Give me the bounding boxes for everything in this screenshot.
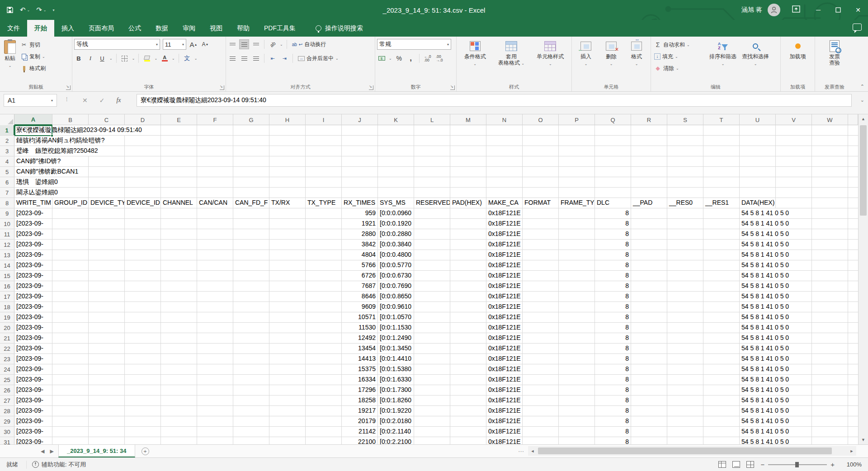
cell-J7[interactable] — [342, 188, 378, 198]
cell-C4[interactable] — [89, 156, 125, 166]
cell-W22[interactable] — [812, 344, 848, 353]
cell-D12[interactable] — [125, 240, 161, 250]
cell-L19[interactable] — [414, 312, 450, 322]
cell-W7[interactable] — [812, 188, 848, 198]
row-header-10[interactable]: 10 — [0, 219, 14, 229]
cell-C9[interactable] — [89, 208, 125, 218]
cell-R12[interactable] — [631, 240, 667, 250]
cell-C11[interactable] — [89, 229, 125, 239]
cell-P29[interactable] — [559, 416, 595, 426]
cell-W9[interactable] — [812, 208, 848, 218]
cell-F13[interactable] — [197, 250, 233, 260]
column-header-K[interactable]: K — [378, 114, 414, 125]
cell-S11[interactable] — [667, 229, 703, 239]
cell-M10[interactable] — [450, 219, 486, 229]
cell-E30[interactable] — [161, 427, 197, 437]
cell-T19[interactable] — [703, 312, 740, 322]
cell-D30[interactable] — [125, 427, 161, 437]
cell-F7[interactable] — [197, 188, 233, 198]
column-header-A[interactable]: A — [14, 114, 52, 125]
cell-K14[interactable]: [0:0:0.5770 — [378, 260, 414, 270]
zoom-slider[interactable] — [768, 464, 827, 465]
cell-P3[interactable] — [559, 146, 595, 156]
cell-L24[interactable] — [414, 364, 450, 374]
cell-L17[interactable] — [414, 292, 450, 301]
cell-M26[interactable] — [450, 385, 486, 395]
cell-I26[interactable] — [306, 385, 342, 395]
cell-D2[interactable] — [125, 136, 161, 146]
cell-B20[interactable] — [52, 323, 89, 333]
cell-V5[interactable] — [776, 167, 812, 177]
cell-G10[interactable] — [233, 219, 269, 229]
cell-A24[interactable]: [2023-09- — [14, 364, 52, 374]
cell-Q14[interactable]: 8 — [595, 260, 631, 270]
row-header-8[interactable]: 8 — [0, 198, 14, 208]
ribbon-display-options-button[interactable] — [792, 5, 800, 14]
cell-S31[interactable] — [667, 437, 703, 444]
row-header-3[interactable]: 3 — [0, 146, 14, 156]
cell-C26[interactable] — [89, 385, 125, 395]
row-header-1[interactable]: 1 — [0, 125, 14, 135]
cell-H10[interactable] — [269, 219, 306, 229]
cell-T20[interactable] — [703, 323, 740, 333]
invoice-check-button[interactable]: 发票查验 — [826, 38, 844, 82]
cell-G2[interactable] — [233, 136, 269, 146]
format-painter-button[interactable]: 格式刷 — [19, 63, 47, 73]
cell-F27[interactable] — [197, 396, 233, 405]
cell-G7[interactable] — [233, 188, 269, 198]
cell-F23[interactable] — [197, 354, 233, 364]
cell-H14[interactable] — [269, 260, 306, 270]
cell-Q9[interactable]: 8 — [595, 208, 631, 218]
cell-L29[interactable] — [414, 416, 450, 426]
cell-P11[interactable] — [559, 229, 595, 239]
cell-F19[interactable] — [197, 312, 233, 322]
cell-J22[interactable]: 13454 — [342, 344, 378, 353]
cell-S30[interactable] — [667, 427, 703, 437]
cell-U7[interactable] — [740, 188, 776, 198]
cell-M4[interactable] — [450, 156, 486, 166]
cell-O2[interactable] — [523, 136, 559, 146]
cell-D3[interactable] — [125, 146, 161, 156]
cell-N10[interactable]: 0x18F121E — [486, 219, 523, 229]
cell-I24[interactable] — [306, 364, 342, 374]
cell-O4[interactable] — [523, 156, 559, 166]
column-header-W[interactable]: W — [812, 114, 848, 125]
cell-C5[interactable] — [89, 167, 125, 177]
cell-J27[interactable]: 18258 — [342, 396, 378, 405]
cell-C21[interactable] — [89, 333, 125, 343]
cell-I2[interactable] — [306, 136, 342, 146]
cell-A30[interactable]: [2023-09- — [14, 427, 52, 437]
cell-E10[interactable] — [161, 219, 197, 229]
cell-N20[interactable]: 0x18F121E — [486, 323, 523, 333]
cell-G4[interactable] — [233, 156, 269, 166]
phonetic-dropdown[interactable]: ⌄ — [194, 57, 198, 61]
cell-L13[interactable] — [414, 250, 450, 260]
cell-U1[interactable] — [740, 125, 776, 135]
cell-N22[interactable]: 0x18F121E — [486, 344, 523, 353]
cell-P25[interactable] — [559, 375, 595, 385]
format-cells-button[interactable]: ↔ 格式 ⌄ — [627, 38, 646, 82]
cell-T22[interactable] — [703, 344, 740, 353]
increase-font-button[interactable]: A▲ — [189, 40, 198, 49]
cell-O22[interactable] — [523, 344, 559, 353]
cell-M6[interactable] — [450, 177, 486, 187]
cell-S17[interactable] — [667, 292, 703, 301]
cell-H3[interactable] — [269, 146, 306, 156]
cell-N24[interactable]: 0x18F121E — [486, 364, 523, 374]
cell-S22[interactable] — [667, 344, 703, 353]
cell-C30[interactable] — [89, 427, 125, 437]
cell-W29[interactable] — [812, 416, 848, 426]
cell-L12[interactable] — [414, 240, 450, 250]
cell-D10[interactable] — [125, 219, 161, 229]
cell-L2[interactable] — [414, 136, 450, 146]
cell-J23[interactable]: 14413 — [342, 354, 378, 364]
cell-I20[interactable] — [306, 323, 342, 333]
scroll-left-arrow[interactable]: ◄ — [528, 449, 537, 453]
cell-U2[interactable] — [740, 136, 776, 146]
cell-R19[interactable] — [631, 312, 667, 322]
cell-W13[interactable] — [812, 250, 848, 260]
cell-N29[interactable]: 0x18F121E — [486, 416, 523, 426]
cell-M31[interactable] — [450, 437, 486, 444]
cell-P23[interactable] — [559, 354, 595, 364]
cell-T29[interactable] — [703, 416, 740, 426]
